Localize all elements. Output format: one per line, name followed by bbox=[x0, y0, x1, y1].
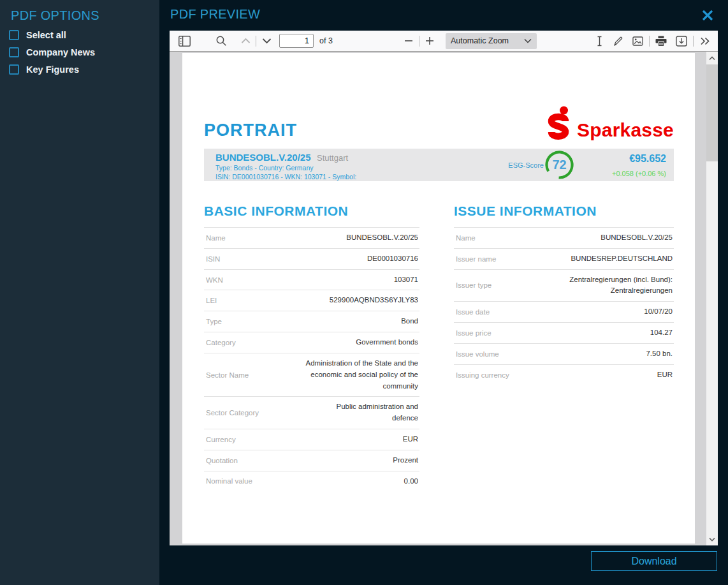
option-label: Select all bbox=[26, 30, 66, 40]
row-value: 10/07/20 bbox=[644, 306, 673, 318]
row-label: Nominal value bbox=[206, 477, 252, 485]
text-selection-icon[interactable] bbox=[591, 33, 608, 49]
draw-icon[interactable] bbox=[610, 33, 627, 49]
section-title: BASIC INFORMATION bbox=[204, 204, 419, 219]
sidebar-title: PDF OPTIONS bbox=[11, 8, 159, 23]
esg-score-label: ESG-Score bbox=[508, 161, 544, 169]
row-value: BUNDESOBL.V.20/25 bbox=[601, 232, 673, 244]
search-icon[interactable] bbox=[213, 33, 229, 49]
table-row: ISIN DE0001030716 bbox=[204, 248, 419, 269]
instrument-venue: Stuttgart bbox=[317, 153, 348, 163]
zoom-in-icon[interactable] bbox=[421, 33, 438, 49]
table-row: Name BUNDESOBL.V.20/25 bbox=[204, 227, 419, 248]
row-value: Administration of the State and the econ… bbox=[281, 358, 418, 392]
brand-name: Sparkasse bbox=[577, 121, 674, 140]
table-row: Issue date 10/07/20 bbox=[454, 301, 674, 322]
sparkasse-logo: Sparkasse bbox=[546, 106, 674, 140]
row-label: Sector Category bbox=[206, 409, 259, 417]
option-company-news[interactable]: Company News bbox=[9, 47, 159, 57]
chevron-down-icon bbox=[524, 38, 532, 43]
row-value: Zentralregierungen (incl. Bund): Zentral… bbox=[542, 274, 673, 297]
instrument-name: BUNDESOBL.V.20/25 bbox=[215, 152, 311, 163]
previous-page-icon[interactable] bbox=[237, 33, 254, 49]
row-value: EUR bbox=[403, 434, 418, 445]
row-value: Public administration and defence bbox=[313, 401, 418, 424]
row-label: Issue date bbox=[456, 308, 490, 316]
table-row: Name BUNDESOBL.V.20/25 bbox=[454, 227, 674, 248]
esg-score-value: 72 bbox=[544, 158, 574, 172]
row-value: 0.00 bbox=[404, 476, 418, 487]
image-icon[interactable] bbox=[629, 33, 646, 49]
scrollbar-thumb[interactable] bbox=[706, 64, 718, 161]
row-value: 529900AQBND3S6YJLY83 bbox=[330, 295, 418, 306]
table-row: Category Government bonds bbox=[204, 332, 419, 353]
key-figures-checkbox[interactable] bbox=[9, 64, 19, 75]
next-page-icon[interactable] bbox=[258, 33, 275, 49]
issue-information-section: ISSUE INFORMATION Name BUNDESOBL.V.20/25… bbox=[454, 204, 674, 491]
section-title: ISSUE INFORMATION bbox=[454, 204, 674, 219]
pdf-toolbar: of 3 Automatic Zoom bbox=[170, 31, 718, 52]
row-label: LEI bbox=[206, 297, 217, 304]
row-label: Category bbox=[206, 339, 236, 346]
print-icon[interactable] bbox=[653, 33, 669, 49]
option-label: Company News bbox=[26, 47, 95, 57]
more-tools-icon[interactable] bbox=[697, 33, 713, 49]
company-news-checkbox[interactable] bbox=[9, 47, 19, 57]
sidebar-toggle-icon[interactable] bbox=[176, 33, 193, 49]
row-label: ISIN bbox=[206, 255, 220, 263]
option-key-figures[interactable]: Key Figures bbox=[9, 64, 159, 75]
table-row: Quotation Prozent bbox=[204, 450, 419, 471]
pdf-canvas-area: PORTRAIT Sparkasse BUNDESOBL. bbox=[170, 52, 718, 545]
row-label: Issuer name bbox=[456, 255, 496, 263]
zoom-level-dropdown[interactable]: Automatic Zoom bbox=[446, 33, 537, 49]
row-value: Bond bbox=[401, 316, 418, 327]
table-row: Nominal value 0.00 bbox=[204, 471, 419, 492]
table-row: Issuer type Zentralregierungen (incl. Bu… bbox=[454, 269, 674, 302]
instrument-change: +0.058 (+0.06 %) bbox=[612, 170, 666, 177]
row-label: Name bbox=[206, 234, 226, 242]
row-value: 104.27 bbox=[650, 327, 673, 339]
table-row: WKN 103071 bbox=[204, 269, 419, 290]
row-value: 103071 bbox=[394, 274, 418, 286]
row-value: DE0001030716 bbox=[367, 253, 418, 265]
table-row: Issue volume 7.50 bn. bbox=[454, 343, 674, 364]
download-button[interactable]: Download bbox=[591, 551, 717, 571]
zoom-out-icon[interactable] bbox=[400, 33, 417, 49]
row-value: Government bonds bbox=[356, 337, 418, 348]
table-row: Currency EUR bbox=[204, 429, 419, 450]
select-all-checkbox[interactable] bbox=[9, 30, 19, 40]
row-label: Name bbox=[456, 234, 476, 242]
instrument-type-line: Type: Bonds - Country: Germany bbox=[215, 164, 356, 172]
table-row: Sector Category Public administration an… bbox=[204, 396, 419, 429]
panel-title: PDF PREVIEW bbox=[170, 7, 260, 22]
row-value: Prozent bbox=[393, 455, 418, 466]
pdf-page: PORTRAIT Sparkasse BUNDESOBL. bbox=[182, 53, 695, 544]
instrument-isin-line: ISIN: DE0001030716 - WKN: 103071 - Symbo… bbox=[215, 173, 356, 181]
table-row: Issue price 104.27 bbox=[454, 322, 674, 343]
row-label: Issuer type bbox=[456, 281, 491, 289]
pdf-options-sidebar: PDF OPTIONS Select all Company News Key … bbox=[0, 0, 159, 585]
basic-information-section: BASIC INFORMATION Name BUNDESOBL.V.20/25… bbox=[204, 204, 419, 491]
table-row: Sector Name Administration of the State … bbox=[204, 353, 419, 396]
scroll-down-icon[interactable] bbox=[706, 533, 718, 545]
row-label: Issue volume bbox=[456, 350, 499, 358]
row-label: Issue price bbox=[456, 329, 491, 337]
esg-score-gauge: 72 bbox=[544, 150, 574, 180]
option-select-all[interactable]: Select all bbox=[9, 30, 159, 40]
save-icon[interactable] bbox=[673, 33, 690, 49]
zoom-level-value: Automatic Zoom bbox=[451, 36, 509, 45]
close-icon[interactable] bbox=[701, 8, 715, 22]
table-row: Issuing currency EUR bbox=[454, 364, 674, 385]
page-number-input[interactable] bbox=[279, 34, 314, 48]
pdf-viewer: of 3 Automatic Zoom bbox=[170, 31, 718, 545]
page-count-label: of 3 bbox=[319, 36, 333, 45]
table-row: Type Bond bbox=[204, 311, 419, 332]
row-label: Sector Name bbox=[206, 371, 249, 379]
row-value: 7.50 bn. bbox=[646, 348, 673, 360]
scroll-up-icon[interactable] bbox=[706, 52, 718, 64]
row-value: BUNDESOBL.V.20/25 bbox=[346, 232, 418, 244]
instrument-infobar: BUNDESOBL.V.20/25 Stuttgart Type: Bonds … bbox=[204, 149, 674, 181]
row-label: WKN bbox=[206, 276, 223, 284]
sparkasse-logo-icon bbox=[546, 106, 571, 140]
vertical-scrollbar[interactable] bbox=[706, 52, 718, 545]
